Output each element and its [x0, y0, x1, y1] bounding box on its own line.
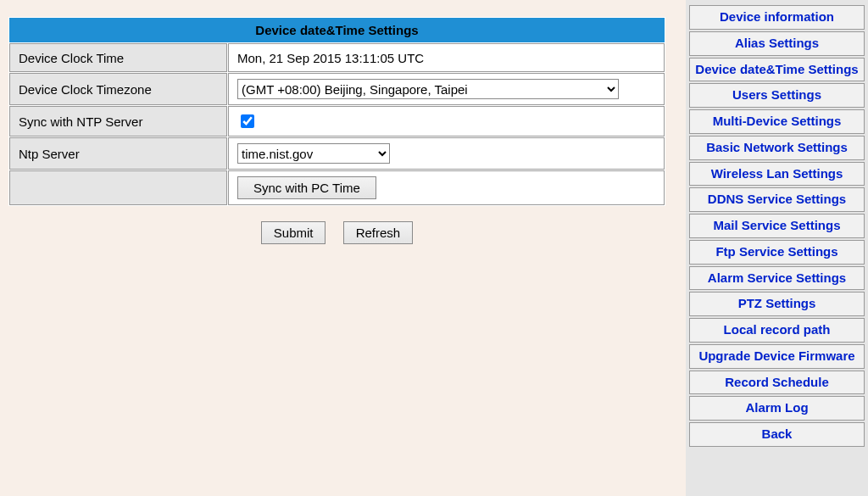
row-timezone: Device Clock Timezone (GMT +08:00) Beiji…: [9, 73, 665, 105]
ntp-sync-checkbox[interactable]: [241, 114, 254, 128]
row-ntp-sync: Sync with NTP Server: [9, 106, 665, 137]
sidebar-item-alarm-service-settings[interactable]: Alarm Service Settings: [689, 266, 865, 291]
refresh-button[interactable]: Refresh: [343, 221, 414, 244]
label-clock-time: Device Clock Time: [9, 43, 227, 72]
label-sync-pc-empty: [9, 170, 227, 205]
sidebar-item-alarm-log[interactable]: Alarm Log: [689, 396, 865, 421]
sidebar-item-users-settings[interactable]: Users Settings: [689, 83, 865, 108]
label-timezone: Device Clock Timezone: [9, 73, 227, 105]
label-ntp-server: Ntp Server: [9, 137, 227, 170]
sidebar-item-ftp-service-settings[interactable]: Ftp Service Settings: [689, 240, 865, 265]
sync-pc-button[interactable]: Sync with PC Time: [237, 176, 376, 199]
sidebar-item-multi-device-settings[interactable]: Multi-Device Settings: [689, 109, 865, 134]
sidebar-item-ddns-service-settings[interactable]: DDNS Service Settings: [689, 187, 865, 212]
row-ntp-server: Ntp Server time.nist.gov: [9, 137, 665, 170]
timezone-select[interactable]: (GMT +08:00) Beijing, Singapore, Taipei: [237, 79, 619, 99]
row-sync-pc: Sync with PC Time: [9, 170, 665, 205]
label-ntp-sync: Sync with NTP Server: [9, 106, 227, 137]
sidebar-item-basic-network-settings[interactable]: Basic Network Settings: [689, 136, 865, 160]
row-clock-time: Device Clock Time Mon, 21 Sep 2015 13:11…: [9, 43, 665, 72]
submit-button[interactable]: Submit: [261, 221, 326, 244]
value-clock-time: Mon, 21 Sep 2015 13:11:05 UTC: [228, 43, 665, 72]
sidebar-item-ptz-settings[interactable]: PTZ Settings: [689, 292, 865, 316]
sidebar-item-back[interactable]: Back: [689, 422, 865, 447]
sidebar-item-local-record-path[interactable]: Local record path: [689, 318, 865, 343]
sidebar-item-mail-service-settings[interactable]: Mail Service Settings: [689, 214, 865, 238]
sidebar-item-date-time-settings[interactable]: Device date&Time Settings: [689, 58, 865, 82]
sidebar-item-record-schedule[interactable]: Record Schedule: [689, 371, 865, 395]
sidebar-item-wireless-lan-settings[interactable]: Wireless Lan Settings: [689, 162, 865, 187]
bottom-buttons: Submit Refresh: [8, 221, 665, 244]
settings-table: Device date&Time Settings Device Clock T…: [8, 17, 665, 206]
sidebar-item-device-information[interactable]: Device information: [689, 5, 865, 30]
settings-header: Device date&Time Settings: [9, 18, 665, 42]
sidebar: Device information Alias Settings Device…: [686, 0, 868, 496]
sidebar-item-upgrade-firmware[interactable]: Upgrade Device Firmware: [689, 344, 865, 369]
sidebar-item-alias-settings[interactable]: Alias Settings: [689, 31, 865, 56]
main-content: Device date&Time Settings Device Clock T…: [0, 0, 686, 496]
ntp-server-select[interactable]: time.nist.gov: [237, 143, 390, 164]
